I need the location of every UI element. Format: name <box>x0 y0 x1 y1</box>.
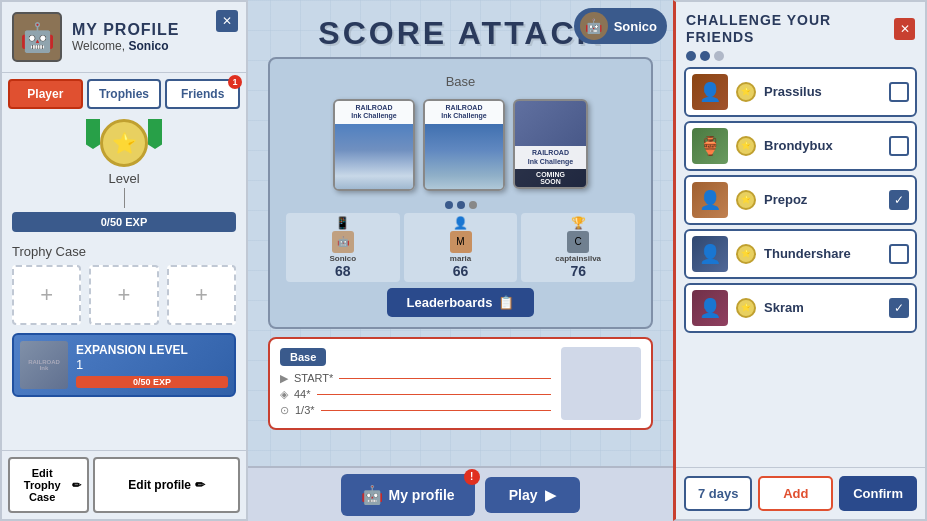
exp-bar: 0/50 EXP <box>12 212 236 232</box>
leaderboards-button[interactable]: Leaderboards 📋 <box>387 288 535 317</box>
close-right-panel-button[interactable]: ✕ <box>894 18 915 40</box>
level-label: Level <box>108 171 139 186</box>
close-left-panel-button[interactable]: ✕ <box>216 10 238 32</box>
game-card-3[interactable]: RAILROADInk Challenge COMINGSOON <box>513 99 588 189</box>
count-icon: ◈ <box>280 388 288 401</box>
score-value-captainsilva: 76 <box>570 263 586 279</box>
expansion-exp-bar: 0/50 EXP <box>76 376 228 388</box>
friend-name-2: Prepoz <box>764 192 881 207</box>
device-icon: 📱 <box>335 216 350 230</box>
add-button[interactable]: Add <box>758 476 833 511</box>
tab-player[interactable]: Player <box>8 79 83 109</box>
score-value-maria: 66 <box>453 263 469 279</box>
friend-checkbox-4[interactable]: ✓ <box>889 298 909 318</box>
expansion-level-number: 1 <box>76 357 228 372</box>
friend-checkbox-2[interactable]: ✓ <box>889 190 909 210</box>
level-divider <box>124 188 125 208</box>
play-button[interactable]: Play ▶ <box>485 477 581 513</box>
ribbon-right-icon <box>148 119 162 149</box>
score-avatar-captainsilva: C <box>567 231 589 253</box>
game-card-2[interactable]: RAILROADInk Challenge <box>423 99 505 191</box>
confirm-button[interactable]: Confirm <box>839 476 917 511</box>
friend-name-1: Brondybux <box>764 138 881 153</box>
tab-trophies[interactable]: Trophies <box>87 79 162 109</box>
dot-2 <box>457 201 465 209</box>
ticket-row-44: ◈ 44* <box>280 388 551 401</box>
friend-item-brondybux[interactable]: 🏺 ⭐ Brondybux <box>684 121 917 171</box>
friend-item-thundershare[interactable]: 👤 ⭐ Thundershare <box>684 229 917 279</box>
card-1-image <box>335 124 413 189</box>
trophy-icon: 🏆 <box>571 216 586 230</box>
score-item-maria: 👤 M maria 66 <box>404 213 518 282</box>
play-icon: ▶ <box>545 487 556 503</box>
friend-checkbox-1[interactable] <box>889 136 909 156</box>
top-avatar: 🤖 <box>580 12 608 40</box>
card-2-image <box>425 124 503 189</box>
my-profile-avatar-mini: 🤖 <box>361 484 383 506</box>
score-name-sonico: Sonico <box>330 254 357 263</box>
welcome-text: Welcome, Sonico <box>72 39 180 53</box>
expansion-title: Expansion Level <box>76 343 228 357</box>
left-panel: 🤖 MY PROFILE Welcome, Sonico ✕ Player Tr… <box>0 0 248 521</box>
trophy-slot-3[interactable]: + <box>167 265 236 325</box>
trophy-slot-2[interactable]: + <box>89 265 158 325</box>
friend-item-prepoz[interactable]: 👤 ⭐ Prepoz ✓ <box>684 175 917 225</box>
ribbon-left-icon <box>86 119 100 149</box>
edit-trophy-case-button[interactable]: Edit Trophy Case ✏ <box>8 457 89 513</box>
friend-checkbox-3[interactable] <box>889 244 909 264</box>
friends-list: 👤 ⭐ Prassilus 🏺 ⭐ Brondybux 👤 ⭐ Prepoz ✓ <box>676 67 925 467</box>
score-item-sonico: 📱 🤖 Sonico 68 <box>286 213 400 282</box>
friend-avatar-1: 🏺 <box>692 128 728 164</box>
leaderboards-icon: 📋 <box>498 295 514 310</box>
score-value-sonico: 68 <box>335 263 351 279</box>
expansion-card: RAILROADInk Expansion Level 1 0/50 EXP <box>12 333 236 397</box>
friend-name-3: Thundershare <box>764 246 881 261</box>
medal-circle-icon: ⭐ <box>100 119 148 167</box>
friends-badge: 1 <box>228 75 242 89</box>
right-panel-header: CHALLENGE YOUR FRIENDS ✕ <box>676 2 925 51</box>
avatar-face-icon: 🤖 <box>20 21 55 54</box>
score-name-maria: maria <box>450 254 471 263</box>
profile-info: MY PROFILE Welcome, Sonico <box>72 21 180 53</box>
right-panel: CHALLENGE YOUR FRIENDS ✕ 👤 ⭐ Prassilus 🏺… <box>673 0 927 521</box>
top-username: Sonico <box>614 19 657 34</box>
friend-item-prassilus[interactable]: 👤 ⭐ Prassilus <box>684 67 917 117</box>
base-label: Base <box>446 74 476 89</box>
game-card-1[interactable]: RAILROADInk Challenge <box>333 99 415 191</box>
friend-avatar-3: 👤 <box>692 236 728 272</box>
ticket-base-label: Base <box>280 348 326 366</box>
friend-avatar-0: 👤 <box>692 74 728 110</box>
days-button[interactable]: 7 days <box>684 476 752 511</box>
dot-3 <box>469 201 477 209</box>
score-avatar-maria: M <box>450 231 472 253</box>
right-dot-1 <box>686 51 696 61</box>
pencil-icon-2: ✏ <box>195 478 205 492</box>
coming-soon-label: COMINGSOON <box>515 169 586 187</box>
friend-item-skram[interactable]: 👤 ⭐ Skram ✓ <box>684 283 917 333</box>
ticket-preview <box>561 347 641 420</box>
friend-name-0: Prassilus <box>764 84 881 99</box>
top-profile-badge[interactable]: 🤖 Sonico <box>574 8 667 44</box>
expansion-thumbnail: RAILROADInk <box>20 341 68 389</box>
profile-title: MY PROFILE <box>72 21 180 39</box>
friend-avatar-4: 👤 <box>692 290 728 326</box>
my-profile-button[interactable]: 🤖 My profile ! <box>341 474 475 516</box>
trophy-slots: + + + <box>12 265 236 325</box>
bottom-bar: 🤖 My profile ! Play ▶ <box>248 466 673 521</box>
right-bottom-actions: 7 days Add Confirm <box>676 467 925 519</box>
tab-friends[interactable]: Friends 1 <box>165 79 240 109</box>
ticket-section: Base ▶ START* ◈ 44* ⊙ 1/3* <box>268 337 653 430</box>
friend-name-4: Skram <box>764 300 881 315</box>
fraction-icon: ⊙ <box>280 404 289 417</box>
friend-medal-2: ⭐ <box>736 190 756 210</box>
edit-profile-button[interactable]: Edit profile ✏ <box>93 457 240 513</box>
challenge-title: CHALLENGE YOUR FRIENDS <box>686 12 894 46</box>
friend-checkbox-0[interactable] <box>889 82 909 102</box>
friend-medal-1: ⭐ <box>736 136 756 156</box>
user-icon: 👤 <box>453 216 468 230</box>
friend-medal-0: ⭐ <box>736 82 756 102</box>
trophy-slot-1[interactable]: + <box>12 265 81 325</box>
my-profile-badge: ! <box>464 469 480 485</box>
username-text: Sonico <box>128 39 168 53</box>
right-dot-2 <box>700 51 710 61</box>
